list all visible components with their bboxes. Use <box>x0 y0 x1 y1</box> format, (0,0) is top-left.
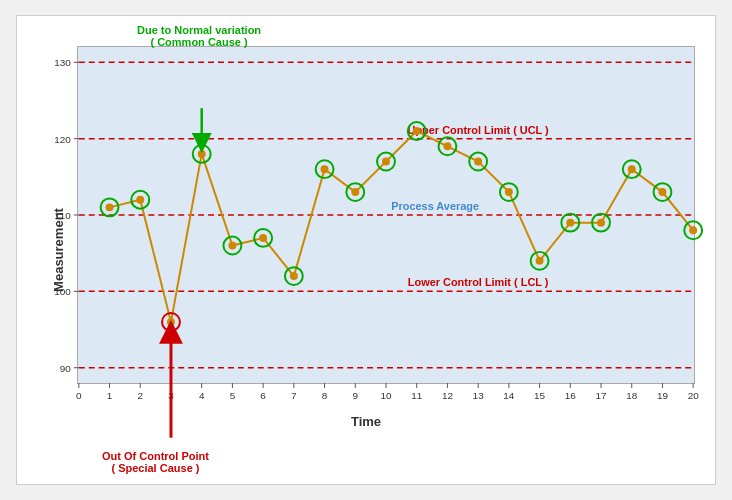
svg-point-90 <box>536 257 544 265</box>
common-cause-annotation: Due to Normal variation ( Common Cause ) <box>137 24 261 48</box>
svg-point-68 <box>198 150 206 158</box>
svg-text:2: 2 <box>137 390 143 401</box>
svg-text:120: 120 <box>54 134 71 145</box>
svg-point-98 <box>658 188 666 196</box>
svg-point-72 <box>259 234 267 242</box>
svg-text:5: 5 <box>230 390 236 401</box>
svg-text:100: 100 <box>54 286 71 297</box>
svg-text:15: 15 <box>534 390 546 401</box>
svg-text:19: 19 <box>657 390 669 401</box>
svg-text:11: 11 <box>411 390 423 401</box>
svg-text:6: 6 <box>260 390 266 401</box>
svg-point-70 <box>228 242 236 250</box>
svg-point-62 <box>106 203 114 211</box>
chart-container: Measurement Upper Control Limit ( UCL )L… <box>16 15 716 485</box>
svg-text:90: 90 <box>60 363 72 374</box>
svg-text:20: 20 <box>688 390 700 401</box>
svg-text:16: 16 <box>565 390 577 401</box>
svg-text:7: 7 <box>291 390 297 401</box>
svg-point-66 <box>167 318 175 326</box>
svg-text:14: 14 <box>503 390 515 401</box>
svg-point-94 <box>597 219 605 227</box>
svg-point-96 <box>628 165 636 173</box>
svg-text:13: 13 <box>473 390 485 401</box>
svg-point-82 <box>413 127 421 135</box>
svg-text:Upper Control Limit ( UCL ): Upper Control Limit ( UCL ) <box>408 124 550 136</box>
svg-text:12: 12 <box>442 390 454 401</box>
svg-text:17: 17 <box>595 390 607 401</box>
svg-text:0: 0 <box>76 390 82 401</box>
svg-point-74 <box>290 272 298 280</box>
svg-point-92 <box>566 219 574 227</box>
svg-point-78 <box>351 188 359 196</box>
svg-point-64 <box>136 196 144 204</box>
svg-text:130: 130 <box>54 57 71 68</box>
svg-text:Process Average: Process Average <box>391 200 479 212</box>
svg-text:18: 18 <box>626 390 638 401</box>
svg-point-100 <box>689 226 697 234</box>
svg-point-86 <box>474 158 482 166</box>
svg-text:10: 10 <box>380 390 392 401</box>
svg-text:9: 9 <box>353 390 359 401</box>
svg-point-80 <box>382 158 390 166</box>
chart-area: Upper Control Limit ( UCL )Lower Control… <box>77 46 695 384</box>
svg-point-88 <box>505 188 513 196</box>
svg-text:4: 4 <box>199 390 205 401</box>
chart-svg: Upper Control Limit ( UCL )Lower Control… <box>78 47 694 383</box>
svg-text:110: 110 <box>54 210 71 221</box>
out-of-control-annotation: Out Of Control Point ( Special Cause ) <box>102 450 209 474</box>
svg-text:Lower Control Limit ( LCL ): Lower Control Limit ( LCL ) <box>408 276 549 288</box>
svg-text:1: 1 <box>107 390 113 401</box>
svg-point-84 <box>443 142 451 150</box>
svg-text:8: 8 <box>322 390 328 401</box>
x-axis-label: Time <box>351 414 381 429</box>
svg-point-76 <box>321 165 329 173</box>
